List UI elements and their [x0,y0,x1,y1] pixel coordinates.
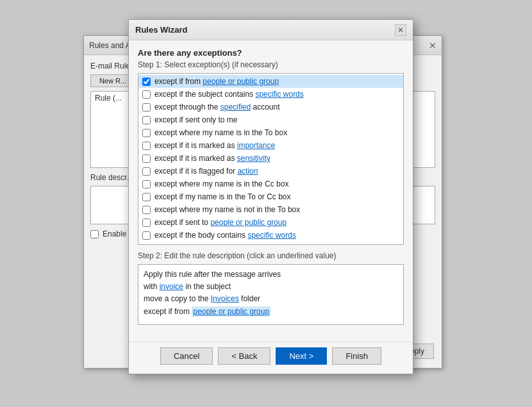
exception-link[interactable]: importance [237,141,275,150]
exception-link[interactable]: specified [220,103,251,112]
rule-description-box: Apply this rule after the message arrive… [138,264,404,325]
cancel-button[interactable]: Cancel [160,347,213,365]
dialog-titlebar: Rules Wizard ✕ [129,20,413,40]
rule-desc-line4: except if from people or public group [144,306,398,318]
exception-checkbox[interactable] [142,103,151,112]
bg-close-icon[interactable]: ✕ [429,40,436,51]
exception-checkbox[interactable] [142,180,151,188]
exception-checkbox[interactable] [142,244,151,245]
exception-item[interactable]: except where my name is not in the To bo… [138,203,403,216]
exception-text: except where my name is not in the To bo… [154,205,300,214]
exception-checkbox[interactable] [142,206,151,214]
exception-text: except if it is flagged for action [154,167,258,176]
exception-text: except if sent only to me [154,115,237,124]
rule-desc-line3: move a copy to the Invoices folder [144,293,398,305]
dialog-close-btn[interactable]: ✕ [395,24,406,36]
step-question: Are there any exceptions? [138,48,404,58]
exception-item[interactable]: except if it is marked as importance [138,139,403,152]
exception-checkbox[interactable] [142,167,151,176]
exception-item[interactable]: except if sent only to me [138,113,403,126]
step1-label: Step 1: Select exception(s) (if necessar… [138,60,404,69]
exceptions-list[interactable]: except if from people or public groupexc… [138,74,403,244]
exceptions-container: except if from people or public groupexc… [138,73,404,245]
rules-wizard-dialog: Rules Wizard ✕ Are there any exceptions?… [128,19,413,374]
invoice-link[interactable]: invoice [160,282,183,291]
exception-text: except if the body contains specific wor… [154,231,296,240]
exception-link[interactable]: people or public group [203,77,279,86]
exception-text: except if the subject contains specific … [154,90,304,99]
exception-checkbox[interactable] [142,193,151,201]
exception-link[interactable]: specific words [247,231,295,240]
bg-enable-checkbox[interactable] [90,230,99,238]
exception-item[interactable]: except if it is marked as sensitivity [138,152,403,165]
exception-link[interactable]: specific words [255,90,303,99]
invoices-folder-link[interactable]: Invoices [211,294,239,303]
exception-checkbox[interactable] [142,142,151,150]
rule-desc-line2: with invoice in the subject [144,281,398,293]
exception-text: except if the subject or body contains s… [154,244,331,244]
exception-item[interactable]: except if my name is in the To or Cc box [138,190,403,203]
exception-checkbox[interactable] [142,78,151,86]
exception-item[interactable]: except if sent to people or public group [138,216,403,229]
exception-item[interactable]: except if the subject contains specific … [138,88,403,101]
exception-checkbox[interactable] [142,90,151,99]
back-button[interactable]: < Back [218,347,270,365]
exception-item[interactable]: except if the subject or body contains s… [138,242,403,244]
exception-item[interactable]: except through the specified account [138,101,403,113]
exception-link[interactable]: specific words [283,244,331,244]
bg-enable-label: Enable [103,229,126,238]
rule-desc-line1: Apply this rule after the message arrive… [144,269,398,281]
exception-checkbox[interactable] [142,154,151,163]
exception-text: except where my name is in the To box [154,128,287,137]
exception-item[interactable]: except if it is flagged for action [138,165,403,178]
exception-link[interactable]: people or public group [210,218,287,227]
exception-item[interactable]: except where my name is in the Cc box [138,178,403,190]
exception-text: except if my name is in the To or Cc box [154,192,291,201]
next-button[interactable]: Next > [276,347,327,365]
exception-link[interactable]: sensitivity [237,154,270,163]
dialog-title: Rules Wizard [135,25,188,35]
exception-text: except if it is marked as importance [154,141,275,150]
finish-button[interactable]: Finish [332,347,381,365]
exception-item[interactable]: except if the body contains specific wor… [138,229,403,242]
exception-checkbox[interactable] [142,116,151,124]
exception-checkbox[interactable] [142,219,151,227]
exception-text: except if from people or public group [154,77,279,86]
exception-text: except if it is marked as sensitivity [154,154,270,163]
exception-text: except if sent to people or public group [154,218,287,227]
step2-label: Step 2: Edit the rule description (click… [138,251,404,260]
dialog-body: Are there any exceptions? Step 1: Select… [129,40,413,342]
exception-text: except through the specified account [154,103,280,112]
dialog-footer: Cancel < Back Next > Finish [129,342,413,374]
exception-item[interactable]: except if from people or public group [138,75,403,88]
exception-link[interactable]: action [237,167,258,176]
people-group-link[interactable]: people or public group [192,306,270,317]
exception-checkbox[interactable] [142,129,151,137]
exception-checkbox[interactable] [142,231,151,240]
exception-item[interactable]: except where my name is in the To box [138,126,403,139]
exception-text: except where my name is in the Cc box [154,179,288,188]
